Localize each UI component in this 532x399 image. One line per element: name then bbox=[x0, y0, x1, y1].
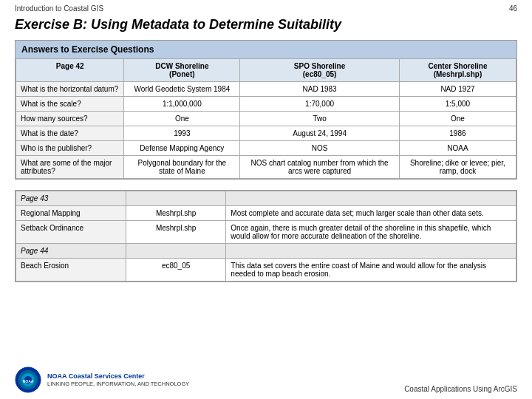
section-answers: Answers to Exercise Questions Page 42 DC… bbox=[15, 40, 517, 180]
cell-spo: August 24, 1994 bbox=[240, 126, 400, 141]
cell-dcw: Polygonal boundary for the state of Main… bbox=[124, 156, 240, 179]
cell-empty bbox=[226, 191, 516, 206]
table-row: What is the date? 1993 August 24, 1994 1… bbox=[16, 126, 516, 141]
cell-spo: Two bbox=[240, 112, 400, 126]
section-pages: Page 43 Regional Mapping Meshrpl.shp Mos… bbox=[15, 190, 517, 282]
footer-left: NOAA NOAA Coastal Services Center LINKIN… bbox=[15, 366, 189, 393]
table-row: Setback Ordinance Meshrpl.shp Once again… bbox=[16, 221, 516, 244]
cell-desc: Most complete and accurate data set; muc… bbox=[226, 206, 516, 221]
row-label-setback: Setback Ordinance bbox=[16, 221, 126, 244]
page-header: Introduction to Coastal GIS 46 bbox=[0, 0, 532, 14]
cell-empty bbox=[226, 244, 516, 259]
page-label-43: Page 43 bbox=[16, 191, 126, 206]
cell-desc: This data set covers the entire coast of… bbox=[226, 259, 516, 282]
main-title: Exercise B: Using Metadata to Determine … bbox=[0, 14, 532, 40]
cell-center: NOAA bbox=[399, 141, 516, 156]
cell-spo: NOS bbox=[240, 141, 400, 156]
cell-center: 1:5,000 bbox=[399, 97, 516, 112]
cell-center: Shoreline; dike or levee; pier, ramp, do… bbox=[399, 156, 516, 179]
table-row: What is the horizontal datum? World Geod… bbox=[16, 82, 516, 97]
noaa-text-block: NOAA Coastal Services Center LINKING PEO… bbox=[47, 372, 189, 388]
table-row: What is the scale? 1:1,000,000 1:70,000 … bbox=[16, 97, 516, 112]
row-label: What is the date? bbox=[16, 126, 124, 141]
cell-dcw: Defense Mapping Agency bbox=[124, 141, 240, 156]
table-row: Who is the publisher? Defense Mapping Ag… bbox=[16, 141, 516, 156]
col-header-center: Center Shoreline(Meshrpl.shp) bbox=[399, 59, 516, 82]
cell-empty bbox=[126, 191, 225, 206]
table-row: Beach Erosion ec80_05 This data set cove… bbox=[16, 259, 516, 282]
noaa-logo-icon: NOAA bbox=[15, 366, 41, 393]
row-label-regional: Regional Mapping bbox=[16, 206, 126, 221]
row-label-beach: Beach Erosion bbox=[16, 259, 126, 282]
table-row-page44: Page 44 bbox=[16, 244, 516, 259]
cell-file: Meshrpl.shp bbox=[126, 206, 225, 221]
cell-center: NAD 1927 bbox=[399, 82, 516, 97]
table-row: Regional Mapping Meshrpl.shp Most comple… bbox=[16, 206, 516, 221]
table-row: What are some of the major attributes? P… bbox=[16, 156, 516, 179]
answers-table: Page 42 DCW Shoreline(Ponet) SPO Shoreli… bbox=[16, 58, 516, 179]
row-label: What is the horizontal datum? bbox=[16, 82, 124, 97]
pages-table: Page 43 Regional Mapping Meshrpl.shp Mos… bbox=[16, 191, 516, 282]
cell-file: ec80_05 bbox=[126, 259, 225, 282]
row-label: Who is the publisher? bbox=[16, 141, 124, 156]
row-label: How many sources? bbox=[16, 112, 124, 126]
col-header-page42: Page 42 bbox=[16, 59, 124, 82]
footer-right-text: Coastal Applications Using ArcGIS bbox=[404, 385, 517, 393]
footer-right: Coastal Applications Using ArcGIS bbox=[404, 385, 517, 393]
cell-empty bbox=[126, 244, 225, 259]
row-label: What is the scale? bbox=[16, 97, 124, 112]
section-heading: Answers to Exercise Questions bbox=[16, 41, 516, 58]
cell-dcw: 1:1,000,000 bbox=[124, 97, 240, 112]
cell-center: 1986 bbox=[399, 126, 516, 141]
col-header-dcw: DCW Shoreline(Ponet) bbox=[124, 59, 240, 82]
cell-spo: NAD 1983 bbox=[240, 82, 400, 97]
page-number: 46 bbox=[509, 4, 517, 13]
page-label-44: Page 44 bbox=[16, 244, 126, 259]
cell-dcw: 1993 bbox=[124, 126, 240, 141]
cell-center: One bbox=[399, 112, 516, 126]
cell-dcw: World Geodetic System 1984 bbox=[124, 82, 240, 97]
svg-text:NOAA: NOAA bbox=[23, 379, 34, 383]
table-row-page43: Page 43 bbox=[16, 191, 516, 206]
noaa-sub: LINKING PEOPLE, INFORMATION, AND TECHNOL… bbox=[47, 381, 189, 387]
header-title: Introduction to Coastal GIS bbox=[15, 4, 103, 13]
cell-spo: 1:70,000 bbox=[240, 97, 400, 112]
cell-spo: NOS chart catalog number from which the … bbox=[240, 156, 400, 179]
noaa-name: NOAA Coastal Services Center bbox=[47, 372, 189, 381]
row-label: What are some of the major attributes? bbox=[16, 156, 124, 179]
table-row: How many sources? One Two One bbox=[16, 112, 516, 126]
cell-file: Meshrpl.shp bbox=[126, 221, 225, 244]
cell-desc: Once again, there is much greater detail… bbox=[226, 221, 516, 244]
cell-dcw: One bbox=[124, 112, 240, 126]
col-header-spo: SPO Shoreline(ec80_05) bbox=[240, 59, 400, 82]
